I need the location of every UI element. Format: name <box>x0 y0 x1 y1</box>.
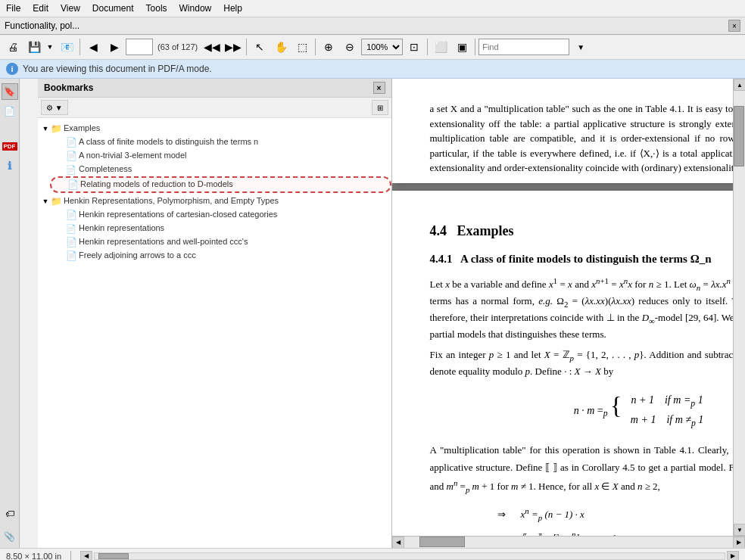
print-button[interactable]: 🖨 <box>3 37 23 57</box>
section-heading: 4.4 Examples <box>430 221 734 241</box>
tree-row-henkin-repr[interactable]: 📄 Henkin representations <box>50 222 391 235</box>
main-content: 🔖 📄 PDF ℹ 🏷 📎 Bookmarks × ⚙ ▼ ⊞ ▼ 📁 <box>0 79 745 548</box>
toggle-class-finite <box>56 136 65 148</box>
next-page-button[interactable]: ▶ <box>104 37 124 57</box>
zoom-fit-button[interactable]: ⊡ <box>404 37 424 57</box>
paragraph-1: Let x be a variable and define x1 = x an… <box>430 275 734 341</box>
select-tool[interactable]: ↖ <box>250 37 270 57</box>
scroll-right-button[interactable]: ▶ <box>733 537 745 549</box>
find-button[interactable]: ▼ <box>571 37 591 57</box>
menu-file[interactable]: File <box>0 2 26 15</box>
fit-width-button[interactable]: ⬜ <box>431 37 450 57</box>
scroll-left-button[interactable]: ◀ <box>392 537 404 549</box>
label-relating: Relating models of reduction to D-models <box>80 179 233 189</box>
label-henkin-repr: Henkin representations <box>79 222 164 233</box>
status-scroll-left[interactable]: ◀ <box>80 551 92 561</box>
tree-row-examples[interactable]: ▼ 📁 Examples <box>38 122 391 135</box>
menu-edit[interactable]: Edit <box>26 2 55 15</box>
scroll-down-button[interactable]: ▼ <box>734 524 745 536</box>
page-size-label: 8.50 × 11.00 in <box>6 552 61 561</box>
info-icon: i <box>6 63 18 75</box>
tree-row-class-finite[interactable]: 📄 A class of finite models to distinguis… <box>50 135 391 149</box>
save-dropdown[interactable]: ▼ <box>45 37 55 57</box>
first-page-button[interactable]: ◀◀ <box>202 37 222 57</box>
prev-page-button[interactable]: ◀ <box>83 37 103 57</box>
toggle-henkin[interactable]: ▼ <box>41 195 50 207</box>
find-input[interactable] <box>478 39 569 55</box>
save-button[interactable]: 💾 <box>24 37 44 57</box>
menu-window[interactable]: Window <box>173 2 218 15</box>
pdf-horizontal-scrollbar[interactable]: ◀ ▶ <box>392 536 746 548</box>
bookmarks-settings-btn[interactable]: ⚙ ▼ <box>41 100 68 115</box>
toggle-examples[interactable]: ▼ <box>41 123 50 135</box>
h-scroll-track[interactable] <box>404 537 734 549</box>
separator-2 <box>246 39 247 55</box>
folder-icon-henkin: 📁 <box>50 195 62 207</box>
fit-page-button[interactable]: ▣ <box>452 37 472 57</box>
page-icon-henkin-repr: 📄 <box>65 222 77 235</box>
tree-row-relating[interactable]: 📄 Relating models of reduction to D-mode… <box>50 176 391 193</box>
page-icon-henkin-wellpointed: 📄 <box>65 236 77 248</box>
layers-icon[interactable]: 📄 <box>2 103 18 120</box>
label-henkin-wellpointed: Henkin representations and well-pointed … <box>79 236 248 247</box>
folder-icon-examples: 📁 <box>50 123 62 135</box>
status-scrollbar-thumb[interactable] <box>98 553 129 559</box>
email-button[interactable]: 📧 <box>57 37 76 57</box>
tree-row-completeness[interactable]: 📄 Completeness <box>50 163 391 176</box>
toggle-nontrivial <box>56 150 65 162</box>
label-examples: Examples <box>64 123 100 133</box>
bookmark2-icon[interactable]: 🏷 <box>2 506 18 522</box>
zoom-select[interactable]: 100% 75% 125% 150% <box>361 39 403 55</box>
tree-row-henkin-cartesian[interactable]: 📄 Henkin representations of cartesian-cl… <box>50 208 391 222</box>
hand-tool[interactable]: ✋ <box>271 37 291 57</box>
menu-document[interactable]: Document <box>86 2 140 15</box>
toggle-freely-adjoining <box>56 250 65 262</box>
label-freely-adjoining: Freely adjoining arrows to a ccc <box>79 250 196 260</box>
scroll-up-button[interactable]: ▲ <box>734 79 745 91</box>
info2-icon[interactable]: ℹ <box>2 157 18 174</box>
scroll-track[interactable] <box>734 91 745 524</box>
document-title: Functionality, pol... <box>5 20 725 31</box>
page-number-input[interactable]: 50 <box>126 39 153 55</box>
zoom-out-button[interactable]: ⊖ <box>340 37 360 57</box>
tree-row-henkin[interactable]: ▼ 📁 Henkin Representations, Polymorphism… <box>38 194 391 208</box>
tree-row-nontrivial[interactable]: 📄 A non-trivial 3-element model <box>50 149 391 163</box>
pdf-vertical-scrollbar[interactable]: ▲ ▼ <box>733 79 745 536</box>
page-icon-nontrivial: 📄 <box>65 150 77 162</box>
attachment-icon[interactable]: 📎 <box>2 528 18 545</box>
zoom-select-tool[interactable]: ⬚ <box>292 37 312 57</box>
status-separator <box>70 551 71 561</box>
last-page-button[interactable]: ▶▶ <box>223 37 243 57</box>
tree-row-freely-adjoining[interactable]: 📄 Freely adjoining arrows to a ccc <box>50 249 391 263</box>
status-scroll-right[interactable]: ▶ <box>727 551 739 561</box>
toolbar: 🖨 💾 ▼ 📧 ◀ ▶ 50 (63 of 127) ◀◀ ▶▶ ↖ ✋ ⬚ ⊕… <box>0 35 745 60</box>
separator-4 <box>427 39 428 55</box>
subsection-heading: 4.4.1 A class of finite models to distin… <box>430 250 734 268</box>
menu-help[interactable]: Help <box>217 2 248 15</box>
toggle-henkin-cartesian <box>56 209 65 221</box>
scroll-thumb[interactable] <box>734 106 744 166</box>
tab-close-button[interactable]: × <box>728 20 740 32</box>
bookmarks-close-btn[interactable]: × <box>373 82 385 94</box>
separator-1 <box>79 39 80 55</box>
bookmarks-tree: ▼ 📁 Examples 📄 A class of finite models … <box>38 118 391 548</box>
tree-item-henkin: ▼ 📁 Henkin Representations, Polymorphism… <box>38 194 391 263</box>
tree-row-henkin-wellpointed[interactable]: 📄 Henkin representations and well-pointe… <box>50 235 391 249</box>
status-bar: 8.50 × 11.00 in ◀ ▶ <box>0 548 745 560</box>
separator-3 <box>315 39 316 55</box>
page-icon-relating: 📄 <box>67 179 79 191</box>
page-icon-freely-adjoining: 📄 <box>65 250 77 262</box>
tree-item-examples: ▼ 📁 Examples 📄 A class of finite models … <box>38 121 391 194</box>
menu-tools[interactable]: Tools <box>140 2 173 15</box>
bookmarks-icon[interactable]: 🔖 <box>2 83 18 100</box>
page-count-label: (63 of 127) <box>154 42 201 51</box>
intro-paragraph: a set X and a "multiplication table" suc… <box>430 101 734 176</box>
toggle-relating <box>58 179 67 191</box>
status-scrollbar-track[interactable] <box>94 552 725 560</box>
h-scroll-thumb[interactable] <box>419 537 465 547</box>
bookmarks-expand-btn[interactable]: ⊞ <box>372 100 388 115</box>
pdf-icon[interactable]: PDF <box>2 138 18 154</box>
menu-view[interactable]: View <box>55 2 86 15</box>
zoom-in-button[interactable]: ⊕ <box>319 37 338 57</box>
infobar-message: You are viewing this document in PDF/A m… <box>23 64 212 74</box>
